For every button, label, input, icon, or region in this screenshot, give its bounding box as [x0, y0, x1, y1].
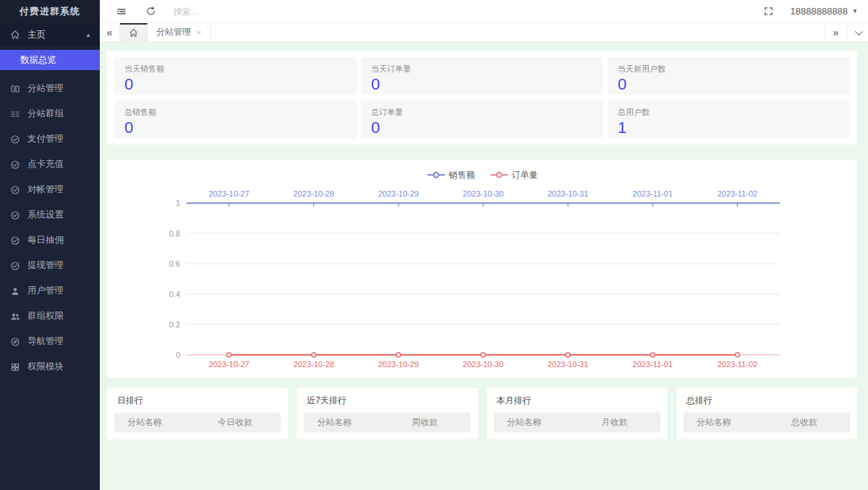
- menu-fold-icon: [116, 6, 127, 17]
- list-icon: [10, 109, 20, 119]
- user-phone: 18888888888: [791, 6, 848, 17]
- svg-text:2023-10-29: 2023-10-29: [378, 189, 419, 198]
- chevron-up-icon: ▲: [85, 32, 91, 38]
- svg-text:0.6: 0.6: [169, 259, 180, 268]
- svg-text:0.8: 0.8: [169, 229, 180, 238]
- svg-text:2023-10-27: 2023-10-27: [208, 189, 249, 198]
- sidebar: 付费进群系统 主页 ▲ 数据总览 分站管理 分站群组 支付管理: [0, 0, 100, 490]
- tab-site-management[interactable]: 分站管理 ×: [148, 23, 210, 41]
- search-input[interactable]: [174, 7, 282, 17]
- tabbar-spacer: [210, 23, 825, 41]
- svg-text:2023-10-27: 2023-10-27: [208, 360, 249, 369]
- legend-label: 订单量: [512, 169, 538, 181]
- sidebar-item-card-recharge[interactable]: 点卡充值: [0, 152, 100, 177]
- ranking-table-header: 分站名称 周收款: [304, 413, 470, 432]
- rankings-row: 日排行 分站名称 今日收款 近7天排行 分站名称 周收款 本月排行: [107, 387, 857, 439]
- tab-label: 分站管理: [156, 26, 191, 38]
- sidebar-item-system-settings[interactable]: 系统设置: [0, 202, 100, 228]
- svg-text:2023-11-01: 2023-11-01: [633, 360, 673, 369]
- sidebar-item-permission-modules[interactable]: 权限模块: [0, 354, 100, 379]
- sidebar-item-user-management[interactable]: 用户管理: [0, 278, 100, 304]
- sales-orders-chart-card: 销售额 订单量 00.20.40.60.812023-10-272023-10-…: [107, 160, 857, 378]
- home-icon: [129, 28, 138, 38]
- chevron-down-icon: ▼: [852, 8, 858, 14]
- sidebar-item-data-overview[interactable]: 数据总览: [0, 50, 100, 70]
- ranking-table-header: 分站名称 今日收款: [114, 413, 281, 432]
- chart-plot-area: 00.20.40.60.812023-10-272023-10-282023-1…: [107, 184, 857, 376]
- sidebar-group-home[interactable]: 主页 ▲: [0, 23, 100, 46]
- sidebar-item-navigation-management[interactable]: 导航管理: [0, 329, 100, 354]
- shield-check-icon: [10, 134, 20, 145]
- legend-marker-orders: [490, 171, 509, 179]
- stat-total-users: 总用户数 1: [608, 100, 850, 138]
- user-menu[interactable]: 18888888888 ▼: [791, 6, 858, 17]
- fullscreen-button[interactable]: [754, 0, 783, 23]
- sidebar-item-site-management[interactable]: 分站管理: [0, 76, 100, 101]
- main-content: 当天销售额 0 当天订单量 0 当天新用户数 0 总销售额 0: [100, 42, 868, 490]
- sidebar-item-group-permissions[interactable]: 群组权限: [0, 304, 100, 329]
- stat-total-sales: 总销售额 0: [114, 100, 357, 138]
- legend-label: 销售额: [449, 169, 475, 181]
- svg-text:2023-10-30: 2023-10-30: [463, 189, 503, 198]
- ranking-table-header: 分站名称 月收款: [494, 413, 660, 432]
- sidebar-toggle-button[interactable]: [107, 0, 136, 23]
- ranking-total: 总排行 分站名称 总收款: [676, 387, 857, 439]
- shield-check-icon: [10, 185, 20, 195]
- close-icon[interactable]: ×: [197, 28, 201, 37]
- svg-text:2023-10-30: 2023-10-30: [463, 360, 503, 369]
- svg-text:1: 1: [176, 199, 180, 207]
- topbar: 18888888888 ▼: [100, 0, 868, 23]
- tabs-scroll-left-button[interactable]: «: [100, 23, 120, 41]
- sidebar-item-site-groups[interactable]: 分站群组: [0, 101, 100, 126]
- sidebar-group-label: 主页: [27, 29, 46, 41]
- chart-legend: 销售额 订单量: [107, 166, 857, 184]
- tabs-scroll-right-button[interactable]: »: [825, 23, 846, 41]
- tab-home[interactable]: [120, 23, 148, 41]
- svg-text:2023-10-31: 2023-10-31: [548, 360, 588, 369]
- ranking-month: 本月排行 分站名称 月收款: [487, 387, 668, 439]
- compass-icon: [10, 337, 20, 347]
- sidebar-item-payment-management[interactable]: 支付管理: [0, 126, 100, 152]
- tabs-menu-button[interactable]: [846, 23, 868, 41]
- sidebar-menu: 分站管理 分站群组 支付管理 点卡充值 对帐管理 系统设置: [0, 76, 100, 379]
- stat-today-new-users: 当天新用户数 0: [608, 57, 850, 95]
- svg-text:0: 0: [176, 351, 180, 359]
- shield-check-icon: [10, 160, 20, 170]
- svg-text:2023-11-02: 2023-11-02: [718, 360, 757, 369]
- legend-item-orders[interactable]: 订单量: [490, 169, 538, 181]
- refresh-icon: [145, 6, 156, 17]
- shield-check-icon: [10, 236, 20, 246]
- home-icon: [10, 30, 20, 40]
- users-icon: [10, 311, 20, 322]
- user-icon: [10, 286, 20, 296]
- shield-check-icon: [10, 210, 20, 220]
- ranking-7days: 近7天排行 分站名称 周收款: [297, 387, 477, 439]
- legend-marker-sales: [427, 171, 446, 179]
- legend-item-sales[interactable]: 销售额: [427, 169, 475, 181]
- svg-text:2023-10-31: 2023-10-31: [548, 189, 588, 198]
- svg-text:0.4: 0.4: [169, 290, 180, 298]
- app-title: 付费进群系统: [0, 0, 100, 23]
- tabbar: « 分站管理 × »: [100, 23, 868, 42]
- stat-today-orders: 当天订单量 0: [361, 57, 603, 95]
- main-column: 18888888888 ▼ « 分站管理 × »: [100, 0, 868, 490]
- stat-today-sales: 当天销售额 0: [114, 57, 357, 95]
- topbar-right: 18888888888 ▼: [754, 0, 868, 23]
- sidebar-item-daily-commission[interactable]: 每日抽佣: [0, 228, 100, 253]
- stats-grid: 当天销售额 0 当天订单量 0 当天新用户数 0 总销售额 0: [114, 57, 850, 138]
- svg-text:2023-10-28: 2023-10-28: [294, 360, 334, 369]
- stat-total-orders: 总订单量 0: [361, 100, 603, 138]
- ranking-daily: 日排行 分站名称 今日收款: [107, 387, 288, 439]
- sidebar-item-withdrawal-management[interactable]: 提现管理: [0, 253, 100, 278]
- fullscreen-icon: [763, 6, 774, 17]
- chevron-down-icon: [854, 27, 862, 35]
- sidebar-item-reconciliation[interactable]: 对帐管理: [0, 177, 100, 202]
- svg-text:2023-11-01: 2023-11-01: [633, 189, 673, 198]
- columns-icon: [10, 84, 20, 94]
- refresh-button[interactable]: [136, 0, 165, 23]
- app-root: 付费进群系统 主页 ▲ 数据总览 分站管理 分站群组 支付管理: [0, 0, 868, 490]
- ranking-table-header: 分站名称 总收款: [684, 413, 850, 432]
- stats-panel: 当天销售额 0 当天订单量 0 当天新用户数 0 总销售额 0: [107, 51, 857, 145]
- svg-text:2023-10-29: 2023-10-29: [378, 360, 419, 369]
- shield-check-icon: [10, 261, 20, 271]
